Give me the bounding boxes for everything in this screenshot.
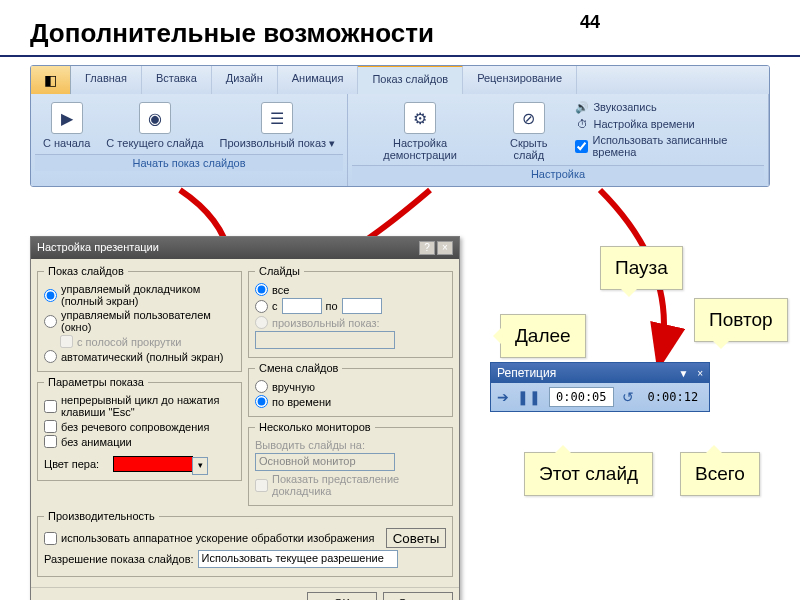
pen-color-picker[interactable] bbox=[113, 456, 193, 472]
loop-check[interactable] bbox=[44, 400, 57, 413]
clock-icon: ⏱ bbox=[575, 117, 589, 131]
no-narration-check[interactable] bbox=[44, 420, 57, 433]
advance-legend: Смена слайдов bbox=[255, 362, 342, 374]
from-beginning-button[interactable]: ▶ С начала bbox=[35, 98, 98, 154]
callout-total-label: Всего bbox=[695, 463, 745, 484]
use-timings-label: Использовать записанные времена bbox=[592, 134, 758, 158]
opt-speaker-label: управляемый докладчиком (полный экран) bbox=[61, 283, 235, 307]
no-anim-check[interactable] bbox=[44, 435, 57, 448]
tab-animation[interactable]: Анимация bbox=[278, 66, 359, 94]
record-narration-button[interactable]: 🔊Звукозапись bbox=[575, 100, 758, 114]
from-current-button[interactable]: ◉ С текущего слайда bbox=[98, 98, 211, 154]
slides-to-label: по bbox=[326, 300, 338, 312]
dialog-titlebar: Настройка презентации ? × bbox=[31, 237, 459, 259]
slides-legend: Слайды bbox=[255, 265, 304, 277]
hide-slide-icon: ⊘ bbox=[513, 102, 545, 134]
custom-show-button[interactable]: ☰ Произвольный показ ▾ bbox=[212, 98, 343, 154]
use-timings-checkbox[interactable]: Использовать записанные времена bbox=[575, 134, 758, 158]
rehearsal-title: Репетиция bbox=[497, 366, 556, 380]
setup-icon: ⚙ bbox=[404, 102, 436, 134]
slides-custom-radio bbox=[255, 316, 268, 329]
advance-manual-label: вручную bbox=[272, 381, 315, 393]
slides-to-spin[interactable] bbox=[342, 298, 382, 314]
monitors-group: Несколько мониторов Выводить слайды на: … bbox=[248, 421, 453, 506]
next-button[interactable]: ➔ bbox=[497, 389, 509, 405]
callout-this-slide: Этот слайд bbox=[524, 452, 653, 496]
slides-from-spin[interactable] bbox=[282, 298, 322, 314]
ok-button[interactable]: OK bbox=[307, 592, 377, 600]
callout-this-slide-label: Этот слайд bbox=[539, 463, 638, 484]
tab-design[interactable]: Дизайн bbox=[212, 66, 278, 94]
slides-all-label: все bbox=[272, 284, 289, 296]
pause-button[interactable]: ❚❚ bbox=[517, 389, 541, 405]
scrollbar-check bbox=[60, 335, 73, 348]
from-beginning-label: С начала bbox=[43, 137, 90, 149]
slides-custom-label: произвольный показ: bbox=[272, 317, 380, 329]
callout-next: Далее bbox=[500, 314, 586, 358]
custom-show-label: Произвольный показ ▾ bbox=[220, 137, 335, 150]
dialog-close-button[interactable]: × bbox=[437, 241, 453, 255]
ribbon-body: ▶ С начала ◉ С текущего слайда ☰ Произво… bbox=[31, 94, 769, 186]
callout-repeat-label: Повтор bbox=[709, 309, 773, 330]
advance-time-label: по времени bbox=[272, 396, 331, 408]
presentation-current-icon: ◉ bbox=[139, 102, 171, 134]
opt-kiosk-label: автоматический (полный экран) bbox=[61, 351, 223, 363]
advance-manual-radio[interactable] bbox=[255, 380, 268, 393]
show-options-group: Параметры показа непрерывный цикл до наж… bbox=[37, 376, 242, 481]
opt-speaker-radio[interactable] bbox=[44, 289, 57, 302]
repeat-button[interactable]: ↺ bbox=[622, 389, 634, 405]
tab-slideshow[interactable]: Показ слайдов bbox=[358, 65, 463, 94]
callout-pause: Пауза bbox=[600, 246, 683, 290]
presenter-view-label: Показать представление докладчика bbox=[272, 473, 446, 497]
show-type-legend: Показ слайдов bbox=[44, 265, 128, 277]
callout-next-label: Далее bbox=[515, 325, 571, 346]
hide-slide-label: Скрыть слайд bbox=[496, 137, 561, 161]
total-time-display: 0:00:12 bbox=[642, 388, 705, 406]
callout-repeat: Повтор bbox=[694, 298, 788, 342]
tab-review[interactable]: Рецензирование bbox=[463, 66, 577, 94]
page-title: Дополнительные возможности bbox=[0, 0, 800, 57]
opt-browsed-radio[interactable] bbox=[44, 315, 57, 328]
perf-legend: Производительность bbox=[44, 510, 159, 522]
performance-group: Производительность использовать аппаратн… bbox=[37, 510, 453, 577]
opt-kiosk-radio[interactable] bbox=[44, 350, 57, 363]
group-setup: ⚙ Настройка демонстрации ⊘ Скрыть слайд … bbox=[348, 94, 769, 186]
group-start-label: Начать показ слайдов bbox=[35, 154, 343, 171]
presentation-icon: ▶ bbox=[51, 102, 83, 134]
no-anim-label: без анимации bbox=[61, 436, 132, 448]
rehearsal-close-icon[interactable]: × bbox=[697, 368, 703, 379]
monitor-combo: Основной монитор bbox=[255, 453, 395, 471]
dialog-help-button[interactable]: ? bbox=[419, 241, 435, 255]
slide-time-display: 0:00:05 bbox=[549, 387, 614, 407]
hw-accel-label: использовать аппаратное ускорение обрабо… bbox=[61, 532, 374, 544]
loop-label: непрерывный цикл до нажатия клавиши "Esc… bbox=[61, 394, 235, 418]
setup-small-items: 🔊Звукозапись ⏱Настройка времени Использо… bbox=[569, 98, 764, 165]
from-current-label: С текущего слайда bbox=[106, 137, 203, 149]
tab-home[interactable]: Главная bbox=[71, 66, 142, 94]
record-icon: 🔊 bbox=[575, 100, 589, 114]
tab-insert[interactable]: Вставка bbox=[142, 66, 212, 94]
presenter-view-check bbox=[255, 479, 268, 492]
rehearse-timings-button[interactable]: ⏱Настройка времени bbox=[575, 117, 758, 131]
setup-show-button[interactable]: ⚙ Настройка демонстрации bbox=[352, 98, 488, 165]
slides-range-radio[interactable] bbox=[255, 300, 268, 313]
advance-time-radio[interactable] bbox=[255, 395, 268, 408]
scrollbar-label: с полосой прокрутки bbox=[77, 336, 181, 348]
page-number: 44 bbox=[580, 12, 600, 33]
resolution-combo[interactable]: Использовать текущее разрешение bbox=[198, 550, 398, 568]
pen-color-label: Цвет пера: bbox=[44, 458, 99, 470]
slides-all-radio[interactable] bbox=[255, 283, 268, 296]
rehearsal-toolbar: Репетиция ▼ × ➔ ❚❚ 0:00:05 ↺ 0:00:12 bbox=[490, 362, 710, 412]
cancel-button[interactable]: Отмена bbox=[383, 592, 453, 600]
tips-button[interactable]: Советы bbox=[386, 528, 446, 548]
rehearse-label: Настройка времени bbox=[593, 118, 694, 130]
custom-show-combo bbox=[255, 331, 395, 349]
setup-show-label: Настройка демонстрации bbox=[360, 137, 480, 161]
use-timings-check[interactable] bbox=[575, 140, 588, 153]
hw-accel-check[interactable] bbox=[44, 532, 57, 545]
no-narration-label: без речевого сопровождения bbox=[61, 421, 209, 433]
monitor-output-label: Выводить слайды на: bbox=[255, 439, 365, 451]
rehearsal-dropdown-icon[interactable]: ▼ bbox=[678, 368, 688, 379]
hide-slide-button[interactable]: ⊘ Скрыть слайд bbox=[488, 98, 569, 165]
office-button[interactable]: ◧ bbox=[31, 66, 71, 94]
